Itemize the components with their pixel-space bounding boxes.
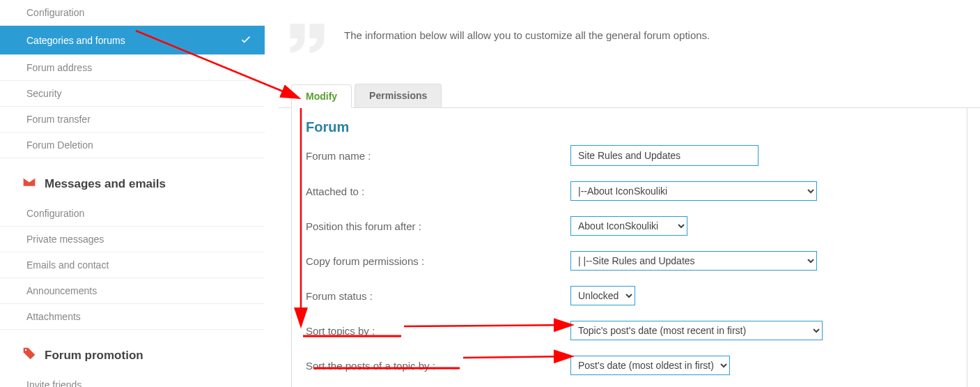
sidebar-item-label: Emails and contact — [26, 259, 109, 271]
position-after-select[interactable]: About IconSkouliki — [570, 216, 687, 236]
quote-icon — [283, 14, 332, 63]
sidebar-item-label: Security — [26, 88, 62, 99]
envelope-icon — [22, 175, 36, 192]
panel-title: Forum — [306, 119, 953, 135]
sidebar-item-label: Announcements — [26, 285, 97, 296]
sort-topics-select[interactable]: Topic's post's date (most recent in firs… — [570, 321, 823, 340]
sidebar-item-forum-deletion[interactable]: Forum Deletion — [0, 132, 265, 158]
tab-label: Permissions — [369, 90, 427, 101]
sidebar-item-configuration[interactable]: Configuration — [0, 0, 265, 26]
sidebar-item-invite-friends[interactable]: Invite friends — [0, 372, 265, 387]
label-forum-name: Forum name : — [306, 150, 570, 162]
sidebar-item-forum-transfer[interactable]: Forum transfer — [0, 107, 265, 132]
sidebar-item-label: Categories and forums — [26, 35, 125, 46]
sidebar-item-msg-configuration[interactable]: Configuration — [0, 201, 265, 227]
sidebar-item-label: Configuration — [26, 7, 84, 18]
sidebar-item-label: Forum address — [26, 62, 92, 73]
intro-text: The information below will allow you to … — [344, 14, 710, 41]
sidebar-item-private-messages[interactable]: Private messages — [0, 227, 265, 252]
label-copy-permissions: Copy forum permissions : — [306, 255, 570, 267]
tags-icon — [22, 347, 36, 364]
forum-name-input[interactable] — [570, 145, 759, 166]
forum-panel: Forum Forum name : Attached to : |--Abou… — [291, 108, 967, 387]
label-sort-posts: Sort the posts of a topic by : — [306, 360, 570, 372]
label-sort-topics: Sort topics by : — [306, 325, 570, 337]
attached-to-select[interactable]: |--About IconSkouliki — [570, 181, 817, 201]
tabs: Modify Permissions — [279, 84, 980, 108]
sidebar-item-emails-contact[interactable]: Emails and contact — [0, 252, 265, 278]
sidebar-header-messages: Messages and emails — [0, 158, 265, 201]
main-content: The information below will allow you to … — [265, 0, 980, 387]
sidebar: Configuration Categories and forums Foru… — [0, 0, 265, 387]
sidebar-item-security[interactable]: Security — [0, 81, 265, 107]
tab-label: Modify — [306, 91, 337, 102]
sidebar-header-label: Messages and emails — [45, 177, 166, 191]
sidebar-item-label: Invite friends — [26, 379, 81, 387]
intro-block: The information below will allow you to … — [279, 0, 980, 84]
sidebar-item-label: Attachments — [26, 311, 81, 322]
svg-point-0 — [25, 349, 27, 351]
sidebar-item-label: Forum Deletion — [26, 139, 93, 151]
sidebar-item-categories-forums[interactable]: Categories and forums — [0, 26, 265, 55]
sidebar-header-promotion: Forum promotion — [0, 330, 265, 372]
sidebar-item-attachments[interactable]: Attachments — [0, 304, 265, 330]
sidebar-item-forum-address[interactable]: Forum address — [0, 55, 265, 81]
label-forum-status: Forum status : — [306, 290, 570, 302]
sidebar-item-label: Configuration — [26, 208, 84, 219]
label-attached-to: Attached to : — [306, 185, 570, 197]
sidebar-item-label: Forum transfer — [26, 114, 91, 125]
check-icon — [240, 33, 252, 47]
sidebar-header-label: Forum promotion — [45, 349, 143, 363]
sidebar-item-announcements[interactable]: Announcements — [0, 278, 265, 304]
sidebar-item-label: Private messages — [26, 234, 104, 245]
forum-status-select[interactable]: Unlocked — [570, 286, 635, 305]
tab-modify[interactable]: Modify — [291, 84, 352, 108]
copy-permissions-select[interactable]: | |--Site Rules and Updates — [570, 251, 817, 271]
sort-posts-select[interactable]: Post's date (most oldest in first) — [570, 356, 730, 375]
label-position-after: Position this forum after : — [306, 220, 570, 232]
tab-permissions[interactable]: Permissions — [355, 84, 442, 107]
